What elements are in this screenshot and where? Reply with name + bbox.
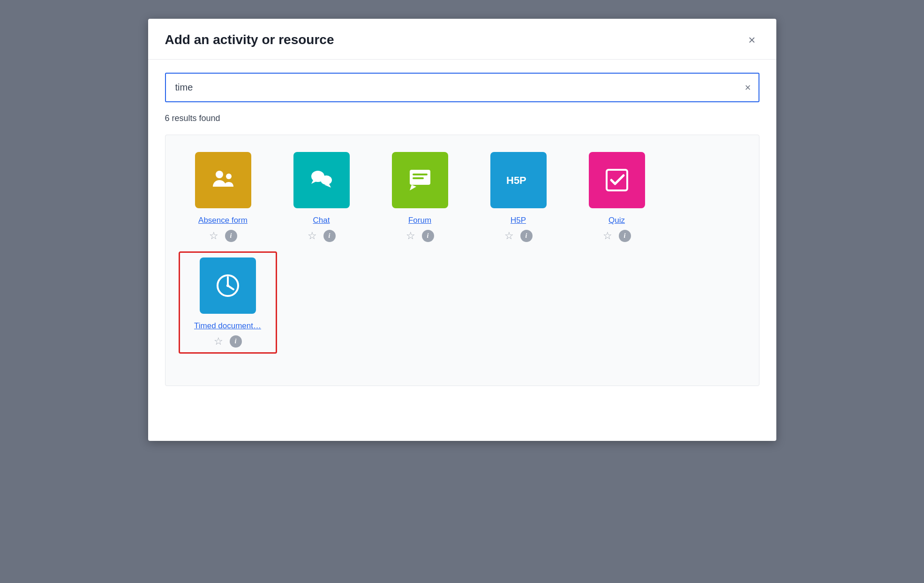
h5p-actions: ☆ i xyxy=(504,230,533,242)
chat-star[interactable]: ☆ xyxy=(308,230,317,242)
activity-item-quiz: Quiz ☆ i xyxy=(572,152,661,242)
results-count: 6 results found xyxy=(165,114,759,123)
quiz-label[interactable]: Quiz xyxy=(608,216,625,225)
svg-text:H5P: H5P xyxy=(506,174,526,186)
chat-actions: ☆ i xyxy=(308,230,336,242)
forum-icon[interactable] xyxy=(392,152,448,208)
results-grid-container: Absence form ☆ i xyxy=(165,135,759,386)
svg-point-1 xyxy=(226,174,232,179)
h5p-label[interactable]: H5P xyxy=(511,216,526,225)
chat-icon[interactable] xyxy=(293,152,350,208)
h5p-icon[interactable]: H5P xyxy=(490,152,547,208)
absence-form-star[interactable]: ☆ xyxy=(209,230,218,242)
chat-label[interactable]: Chat xyxy=(313,216,330,225)
timed-document-label[interactable]: Timed document… xyxy=(194,321,261,331)
activity-item-absence-form: Absence form ☆ i xyxy=(179,152,268,242)
modal-header: Add an activity or resource × xyxy=(148,19,776,60)
absence-form-icon[interactable] xyxy=(195,152,251,208)
timed-document-info[interactable]: i xyxy=(230,335,242,348)
forum-star[interactable]: ☆ xyxy=(406,230,415,242)
results-grid: Absence form ☆ i xyxy=(179,152,746,363)
modal-body: × 6 results found xyxy=(148,60,776,399)
forum-actions: ☆ i xyxy=(406,230,434,242)
quiz-icon[interactable] xyxy=(589,152,645,208)
svg-rect-11 xyxy=(607,170,627,190)
svg-point-4 xyxy=(321,175,332,185)
search-clear-button[interactable]: × xyxy=(745,82,751,94)
absence-form-label[interactable]: Absence form xyxy=(198,216,248,225)
absence-form-info[interactable]: i xyxy=(225,230,237,242)
svg-marker-9 xyxy=(410,185,416,190)
h5p-star[interactable]: ☆ xyxy=(504,230,514,242)
quiz-star[interactable]: ☆ xyxy=(603,230,612,242)
absence-form-actions: ☆ i xyxy=(209,230,237,242)
timed-document-actions: ☆ i xyxy=(214,335,242,348)
forum-info[interactable]: i xyxy=(422,230,434,242)
modal-overlay: Add an activity or resource × × 6 result… xyxy=(9,9,915,583)
activity-item-h5p: H5P H5P ☆ i xyxy=(474,152,563,242)
timed-document-star[interactable]: ☆ xyxy=(214,335,223,348)
search-container: × xyxy=(165,73,759,102)
svg-rect-8 xyxy=(413,177,424,179)
svg-point-15 xyxy=(226,284,229,287)
modal-title: Add an activity or resource xyxy=(165,32,334,47)
modal-close-button[interactable]: × xyxy=(744,32,759,48)
h5p-info[interactable]: i xyxy=(520,230,533,242)
chat-info[interactable]: i xyxy=(323,230,336,242)
activity-item-timed-document: Timed document… ☆ i xyxy=(179,251,277,354)
timed-document-icon[interactable] xyxy=(200,257,256,314)
quiz-actions: ☆ i xyxy=(603,230,631,242)
quiz-info[interactable]: i xyxy=(619,230,631,242)
svg-point-0 xyxy=(216,171,223,178)
search-input[interactable] xyxy=(165,73,759,102)
activity-item-forum: Forum ☆ i xyxy=(376,152,465,242)
activity-item-chat: Chat ☆ i xyxy=(277,152,366,242)
modal-dialog: Add an activity or resource × × 6 result… xyxy=(148,19,776,441)
forum-label[interactable]: Forum xyxy=(408,216,431,225)
svg-rect-7 xyxy=(413,174,428,175)
